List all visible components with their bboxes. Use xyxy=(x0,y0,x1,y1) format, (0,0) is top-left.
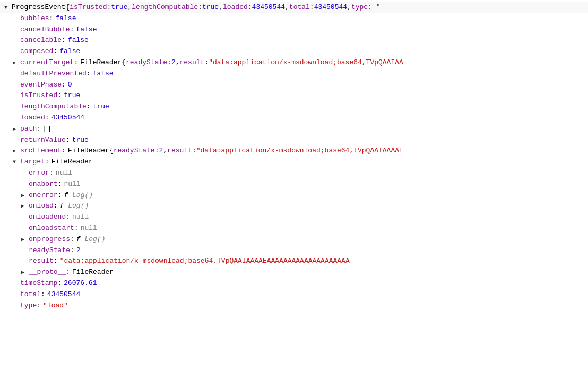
prop-total[interactable]: total: 43450544 xyxy=(0,289,588,300)
prop-onabort[interactable]: onabort: null xyxy=(0,179,588,190)
prop-currentTarget[interactable]: ▶ currentTarget: FileReader {readyState:… xyxy=(0,57,588,68)
prop-defaultPrevented[interactable]: defaultPrevented: false xyxy=(0,68,588,80)
prop-composed[interactable]: composed: false xyxy=(0,46,588,57)
header-row[interactable]: ▼ ProgressEvent {isTrusted: true, length… xyxy=(0,2,588,13)
prop-onloadend[interactable]: onloadend: null xyxy=(0,212,588,223)
prop-returnValue[interactable]: returnValue: true xyxy=(0,135,588,146)
prop-isTrusted[interactable]: isTrusted: true xyxy=(0,90,588,101)
expand-arrow-onload[interactable]: ▶ xyxy=(21,202,28,211)
prop-bubbles[interactable]: bubbles: false xyxy=(0,13,588,24)
object-type: ProgressEvent xyxy=(12,2,65,13)
collapse-arrow-target[interactable]: ▼ xyxy=(13,158,19,167)
expand-arrow-path[interactable]: ▶ xyxy=(13,125,19,134)
object-tree: ▼ ProgressEvent {isTrusted: true, length… xyxy=(0,0,588,313)
expand-arrow-proto[interactable]: ▶ xyxy=(21,269,28,277)
prop-cancelable[interactable]: cancelable: false xyxy=(0,35,588,46)
prop-onprogress[interactable]: ▶ onprogress: f Log() xyxy=(0,234,588,245)
collapse-arrow[interactable]: ▼ xyxy=(4,4,11,12)
prop-cancelBubble[interactable]: cancelBubble: false xyxy=(0,24,588,36)
prop-eventPhase[interactable]: eventPhase: 0 xyxy=(0,80,588,91)
prop-target[interactable]: ▼ target: FileReader xyxy=(0,157,588,168)
prop-type[interactable]: type: "load" xyxy=(0,300,588,312)
expand-arrow-onerror[interactable]: ▶ xyxy=(21,192,28,200)
prop-path[interactable]: ▶ path: [] xyxy=(0,124,588,135)
prop-lengthComputable[interactable]: lengthComputable: true xyxy=(0,101,588,113)
console-panel: ▼ ProgressEvent {isTrusted: true, length… xyxy=(0,0,588,388)
prop-onloadstart[interactable]: onloadstart: null xyxy=(0,223,588,234)
prop-proto-filereader[interactable]: ▶ __proto__: FileReader xyxy=(0,267,588,278)
prop-loaded[interactable]: loaded: 43450544 xyxy=(0,113,588,124)
expand-arrow-currentTarget[interactable]: ▶ xyxy=(13,59,19,67)
prop-srcElement[interactable]: ▶ srcElement: FileReader {readyState: 2,… xyxy=(0,145,588,157)
prop-error[interactable]: error: null xyxy=(0,168,588,179)
prop-result[interactable]: result: "data:application/x-msdownload;b… xyxy=(0,256,588,267)
prop-onload[interactable]: ▶ onload: f Log() xyxy=(0,201,588,212)
prop-timeStamp[interactable]: timeStamp: 26076.61 xyxy=(0,278,588,289)
expand-arrow-srcElement[interactable]: ▶ xyxy=(13,147,19,156)
expand-arrow-onprogress[interactable]: ▶ xyxy=(21,236,28,244)
prop-readyState[interactable]: readyState: 2 xyxy=(0,245,588,256)
prop-onerror[interactable]: ▶ onerror: f Log() xyxy=(0,190,588,201)
